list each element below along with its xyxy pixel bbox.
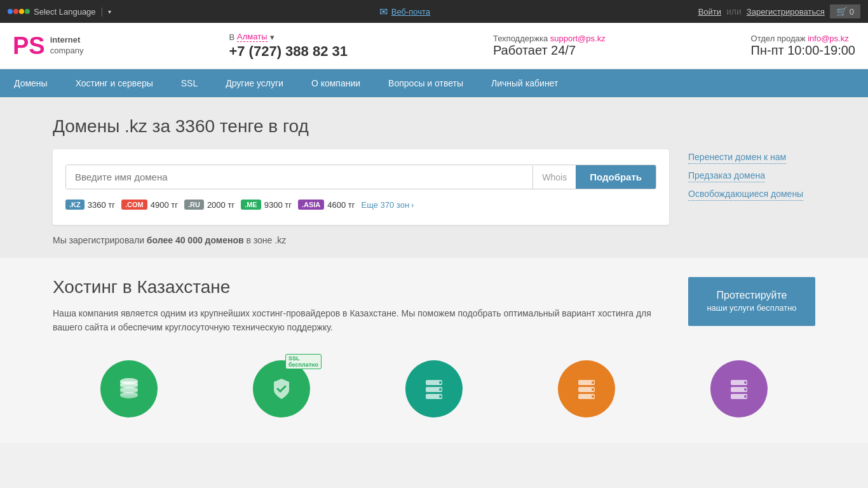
more-zones-link[interactable]: Еще 370 зон › bbox=[362, 200, 414, 210]
svg-point-16 bbox=[592, 388, 594, 391]
zone-kz-badge: .KZ bbox=[65, 200, 85, 210]
server1-icon-circle bbox=[405, 360, 463, 417]
server3-icon-circle bbox=[710, 360, 768, 417]
nav-item-cabinet[interactable]: Личный кабинет bbox=[477, 69, 572, 97]
support-hours: Работает 24/7 bbox=[493, 43, 606, 58]
hosting-icon-server3 bbox=[663, 348, 815, 430]
cart-count: 0 bbox=[850, 7, 854, 17]
topbar-right: Войти или Зарегистрироваться 🛒 0 bbox=[698, 4, 860, 18]
hosting-title: Хостинг в Казахстане bbox=[53, 277, 669, 297]
svg-point-22 bbox=[744, 388, 747, 391]
register-link[interactable]: Зарегистрироваться bbox=[747, 7, 825, 17]
hosting-icons-row: SSLбесплатно bbox=[0, 348, 868, 443]
domain-section: Домены .kz за 3360 тенге в год Whois Под… bbox=[0, 97, 868, 258]
topbar: Select Language | ▾ ✉ Веб-почта Войти ил… bbox=[0, 0, 868, 23]
expiring-domains-link[interactable]: Освобождающиеся домены bbox=[688, 189, 803, 201]
city-row: В Алматы ▾ bbox=[229, 32, 348, 42]
domain-right: Перенести домен к нам Предзаказ домена О… bbox=[688, 116, 815, 245]
domain-title: Домены .kz за 3360 тенге в год bbox=[53, 116, 669, 137]
city-link[interactable]: Алматы bbox=[237, 32, 267, 42]
nav-item-about[interactable]: О компании bbox=[297, 69, 374, 97]
server2-icon-circle bbox=[558, 360, 615, 417]
preorder-domain-link[interactable]: Предзаказ домена bbox=[688, 170, 765, 182]
login-link[interactable]: Войти bbox=[698, 7, 721, 17]
mail-icon: ✉ bbox=[379, 6, 388, 18]
logo-ps: PS bbox=[13, 34, 45, 58]
zone-ru-badge: .RU bbox=[184, 200, 204, 210]
hosting-icon-db bbox=[53, 348, 205, 430]
test-button[interactable]: Протестируйте наши услуги бесплатно bbox=[688, 277, 815, 326]
zone-com-badge: .COM bbox=[121, 200, 147, 210]
zone-kz-price: 3360 тг bbox=[88, 200, 115, 210]
city-arrow: ▾ bbox=[270, 32, 275, 42]
transfer-domain-link[interactable]: Перенести домен к нам bbox=[688, 152, 786, 164]
zone-asia: .ASIA 4600 тг bbox=[298, 200, 355, 210]
nav-item-domains[interactable]: Домены bbox=[0, 69, 62, 97]
test-btn-line2: наши услуги бесплатно bbox=[703, 302, 800, 314]
support-label: Техподдержка support@ps.kz bbox=[493, 34, 606, 43]
city-prefix: В bbox=[229, 32, 234, 42]
header-center: В Алматы ▾ +7 (727) 388 82 31 bbox=[229, 32, 348, 60]
zone-me-price: 9300 тг bbox=[264, 200, 292, 210]
logo-line2: company bbox=[50, 46, 84, 55]
language-dropdown-icon[interactable]: ▾ bbox=[108, 8, 111, 15]
domain-search-box: Whois Подобрать .KZ 3360 тг .COM 4900 тг… bbox=[53, 149, 669, 225]
domain-info: Мы зарегистрировали более 40 000 доменов… bbox=[53, 235, 669, 245]
support-email[interactable]: support@ps.kz bbox=[550, 34, 606, 43]
hosting-icon-server2 bbox=[510, 348, 663, 430]
zone-com-price: 4900 тг bbox=[151, 200, 178, 210]
search-row: Whois Подобрать bbox=[65, 165, 656, 189]
zone-kz: .KZ 3360 тг bbox=[65, 200, 115, 210]
zone-com: .COM 4900 тг bbox=[121, 200, 178, 210]
zone-me-badge: .ME bbox=[241, 200, 261, 210]
header-sales: Отдел продаж info@ps.kz Пн-пт 10:00-19:0… bbox=[751, 34, 855, 58]
svg-point-8 bbox=[439, 381, 442, 384]
svg-point-14 bbox=[592, 381, 594, 384]
hosting-icon-ssl: SSLбесплатно bbox=[205, 348, 358, 430]
cart-icon: 🛒 bbox=[836, 6, 847, 17]
search-button[interactable]: Подобрать bbox=[576, 165, 656, 189]
phone-number: +7 (727) 388 82 31 bbox=[229, 43, 348, 60]
domain-search-input[interactable] bbox=[66, 165, 532, 189]
cart-button[interactable]: 🛒 0 bbox=[830, 4, 860, 18]
logo-line1: internet bbox=[50, 35, 84, 46]
hosting-text: Хостинг в Казахстане Наша компания являе… bbox=[53, 277, 669, 335]
svg-point-18 bbox=[592, 395, 594, 398]
hosting-inner: Хостинг в Казахстане Наша компания являе… bbox=[53, 277, 815, 335]
svg-point-20 bbox=[744, 381, 747, 384]
select-language-label[interactable]: Select Language bbox=[34, 7, 96, 17]
nav-item-ssl[interactable]: SSL bbox=[167, 69, 212, 97]
domain-left: Домены .kz за 3360 тенге в год Whois Под… bbox=[53, 116, 669, 245]
zone-me: .ME 9300 тг bbox=[241, 200, 292, 210]
header: PS internet company В Алматы ▾ +7 (727) … bbox=[0, 23, 868, 69]
sales-hours: Пн-пт 10:00-19:00 bbox=[751, 43, 855, 58]
whois-button[interactable]: Whois bbox=[532, 166, 576, 189]
svg-point-6 bbox=[120, 392, 138, 398]
hosting-desc: Наша компания является одним из крупнейш… bbox=[53, 306, 669, 335]
zone-asia-price: 4600 тг bbox=[327, 200, 355, 210]
divider: | bbox=[101, 6, 104, 17]
svg-point-10 bbox=[439, 388, 442, 391]
zone-asia-badge: .ASIA bbox=[298, 200, 324, 210]
main-nav: Домены Хостинг и серверы SSL Другие услу… bbox=[0, 69, 868, 97]
topbar-left: Select Language | ▾ bbox=[8, 6, 111, 17]
test-btn-line1: Протестируйте bbox=[703, 288, 800, 302]
separator: или bbox=[726, 6, 742, 17]
hosting-icon-server1 bbox=[358, 348, 510, 430]
header-support: Техподдержка support@ps.kz Работает 24/7 bbox=[493, 34, 606, 58]
zone-ru-price: 2000 тг bbox=[207, 200, 234, 210]
more-zones-arrow: › bbox=[411, 200, 414, 210]
webmail-link[interactable]: Веб-почта bbox=[391, 7, 430, 17]
sales-email[interactable]: info@ps.kz bbox=[808, 34, 849, 43]
svg-point-12 bbox=[439, 395, 442, 398]
hosting-icons-inner: SSLбесплатно bbox=[53, 348, 815, 430]
nav-item-hosting[interactable]: Хостинг и серверы bbox=[62, 69, 167, 97]
db-icon-circle bbox=[100, 360, 158, 417]
domain-zones: .KZ 3360 тг .COM 4900 тг .RU 2000 тг .ME… bbox=[65, 200, 656, 210]
logo: PS internet company bbox=[13, 34, 83, 58]
svg-point-24 bbox=[744, 395, 747, 398]
nav-item-other[interactable]: Другие услуги bbox=[212, 69, 297, 97]
nav-item-faq[interactable]: Вопросы и ответы bbox=[374, 69, 477, 97]
hosting-section: Хостинг в Казахстане Наша компания являе… bbox=[0, 258, 868, 348]
section-domains: Домены .kz за 3360 тенге в год Whois Под… bbox=[53, 116, 815, 245]
